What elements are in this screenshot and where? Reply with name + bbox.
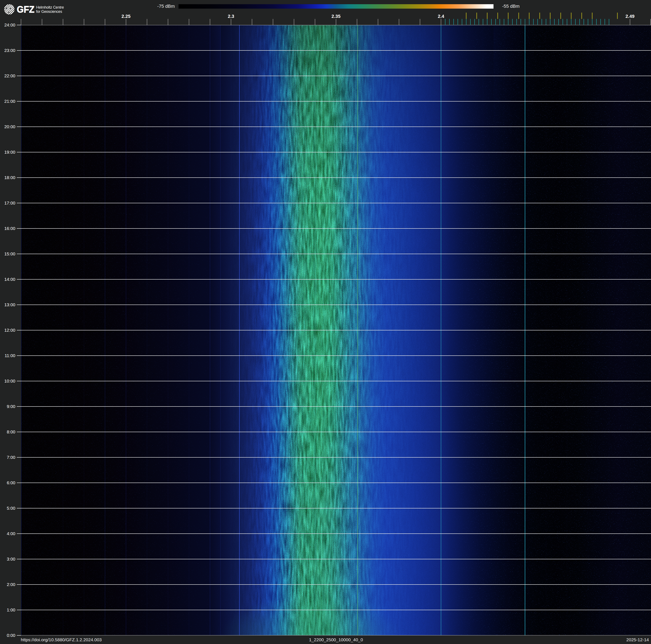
svg-text:-55 dBm: -55 dBm <box>502 4 520 9</box>
svg-text:4:00: 4:00 <box>7 531 15 536</box>
svg-text:2025-12-14: 2025-12-14 <box>626 637 649 642</box>
svg-text:1_2200_2500_10000_40_0: 1_2200_2500_10000_40_0 <box>309 637 363 642</box>
svg-text:24:00: 24:00 <box>4 23 15 27</box>
svg-text:GFZ: GFZ <box>17 4 34 15</box>
svg-text:23:00: 23:00 <box>4 48 15 53</box>
svg-text:7:00: 7:00 <box>7 455 15 460</box>
svg-text:5:00: 5:00 <box>7 506 15 510</box>
svg-text:1:00: 1:00 <box>7 608 15 612</box>
svg-text:17:00: 17:00 <box>4 201 15 205</box>
svg-text:3:00: 3:00 <box>7 557 15 561</box>
svg-text:-75 dBm: -75 dBm <box>157 4 175 9</box>
svg-text:14:00: 14:00 <box>4 277 15 282</box>
svg-text:19:00: 19:00 <box>4 150 15 154</box>
svg-text:Helmholtz Centre: Helmholtz Centre <box>36 5 64 9</box>
svg-text:https://doi.org/10.5880/GFZ.1.: https://doi.org/10.5880/GFZ.1.2.2024.003 <box>21 637 102 642</box>
svg-text:20:00: 20:00 <box>4 124 15 129</box>
svg-text:21:00: 21:00 <box>4 99 15 104</box>
svg-text:16:00: 16:00 <box>4 226 15 231</box>
svg-text:12:00: 12:00 <box>4 328 15 332</box>
svg-text:for Geosciences: for Geosciences <box>36 9 62 14</box>
svg-text:15:00: 15:00 <box>4 252 15 256</box>
svg-text:13:00: 13:00 <box>4 302 15 307</box>
svg-text:0:00: 0:00 <box>7 633 15 638</box>
svg-text:2.3: 2.3 <box>228 14 235 19</box>
svg-text:22:00: 22:00 <box>4 74 15 78</box>
svg-text:9:00: 9:00 <box>7 404 15 409</box>
svg-text:2.49: 2.49 <box>626 14 634 19</box>
svg-text:2:00: 2:00 <box>7 582 15 587</box>
svg-text:11:00: 11:00 <box>5 353 15 358</box>
svg-text:6:00: 6:00 <box>7 480 15 485</box>
svg-text:2.35: 2.35 <box>332 14 341 19</box>
svg-text:10:00: 10:00 <box>4 379 15 383</box>
svg-text:18:00: 18:00 <box>4 175 15 180</box>
svg-text:2.4: 2.4 <box>438 14 444 19</box>
svg-text:2.25: 2.25 <box>122 14 131 19</box>
svg-text:8:00: 8:00 <box>7 430 15 434</box>
